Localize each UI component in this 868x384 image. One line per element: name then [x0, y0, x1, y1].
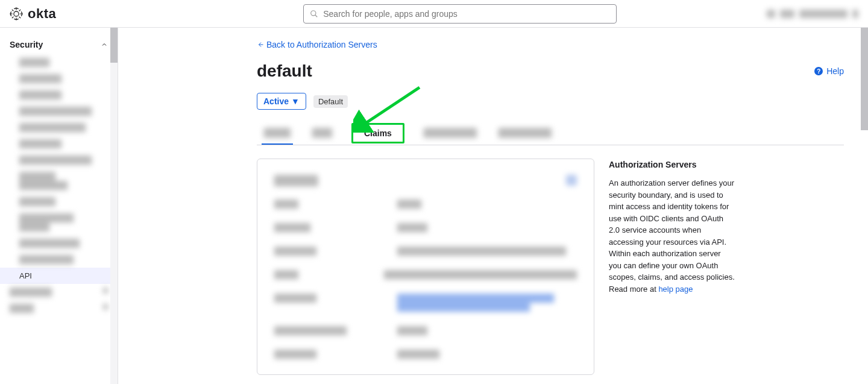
okta-logo[interactable]: okta: [10, 6, 56, 22]
svg-line-5: [12, 9, 14, 11]
card-row: ▇▇▇▇▇▇▇▇▇▇▇▇▇▇▇▇▇▇▇▇▇▇▇▇▇▇▇▇▇▇▇▇▇▇▇▇: [274, 270, 577, 279]
sidebar-item[interactable]: ▇▇▇▇▇▇▇▇▇▇▇: [0, 119, 118, 136]
search-input[interactable]: [323, 9, 610, 19]
user-blurred-2: [780, 10, 794, 18]
sidebar-item[interactable]: ▇▇▇▇▇▇ ▇▇▇▇▇▇▇▇: [0, 168, 118, 194]
sidebar-item[interactable]: ▇▇▇▇▇▇▇▇▇: [0, 251, 118, 268]
svg-line-7: [19, 9, 21, 11]
card-row: ▇▇▇▇▇▇▇▇: [274, 200, 577, 209]
info-panel: Authorization Servers An authorization s…: [609, 159, 735, 295]
svg-line-18: [315, 14, 318, 17]
sidebar-item[interactable]: ▇▇▇▇: [0, 300, 118, 316]
edit-icon[interactable]: [566, 175, 577, 186]
sidebar-item[interactable]: ▇▇▇▇▇▇▇: [0, 87, 118, 103]
tab-blurred-4[interactable]: ▇▇▇▇▇▇▇▇: [496, 122, 554, 145]
sidebar: Security ▇▇▇▇▇ ▇▇▇▇▇▇▇ ▇▇▇▇▇▇▇ ▇▇▇▇▇▇▇▇▇…: [0, 28, 118, 384]
sidebar-section-security[interactable]: Security: [0, 35, 118, 54]
sidebar-item[interactable]: ▇▇▇▇▇▇▇: [0, 136, 118, 152]
svg-line-8: [12, 16, 14, 18]
user-blurred-4: [852, 10, 858, 18]
help-label: Help: [826, 66, 844, 76]
settings-card: ▇▇▇▇▇▇ ▇▇▇▇▇▇▇▇ ▇▇▇▇▇▇▇▇▇▇▇ ▇▇▇▇▇▇▇▇▇▇▇▇…: [257, 159, 594, 375]
okta-logo-icon: [10, 7, 23, 20]
main-scrollbar[interactable]: [861, 28, 868, 384]
card-row: ▇▇▇▇▇▇▇▇▇▇▇▇▇▇▇▇▇▇▇▇▇▇▇▇▇▇▇▇▇▇▇▇▇▇▇: [274, 247, 577, 256]
tabs: ▇▇▇▇ ▇▇▇ Claims ▇▇▇▇▇▇▇▇ ▇▇▇▇▇▇▇▇: [257, 122, 844, 145]
page-title: default: [257, 61, 312, 81]
global-search[interactable]: [303, 4, 617, 24]
card-row: ▇▇▇▇▇▇▇▇▇▇▇▇▇▇: [274, 350, 577, 359]
sidebar-item-label: API: [19, 271, 32, 280]
svg-point-0: [14, 11, 19, 16]
sidebar-item-api[interactable]: API: [0, 268, 118, 284]
card-row: ▇▇▇▇▇▇▇▇▇▇▇▇▇▇▇▇▇▇▇▇▇▇▇▇▇▇▇▇▇▇▇▇▇ ▇▇▇▇▇▇…: [274, 294, 577, 312]
sidebar-section-label: Security: [10, 40, 43, 49]
caret-down-icon: ▼: [291, 96, 300, 106]
help-link[interactable]: ? Help: [814, 66, 844, 76]
help-icon: ?: [814, 67, 823, 75]
user-blurred-3: [799, 10, 848, 18]
back-link[interactable]: Back to Authorization Servers: [257, 40, 377, 49]
status-dropdown[interactable]: Active ▼: [257, 93, 306, 110]
card-row: ▇▇▇▇▇▇▇▇▇▇▇: [274, 223, 577, 232]
svg-line-6: [19, 16, 21, 18]
sidebar-item[interactable]: ▇▇▇▇▇▇▇: [0, 71, 118, 87]
sidebar-item[interactable]: ▇▇▇▇▇▇▇▇▇▇▇▇: [0, 152, 118, 168]
card-title: ▇▇▇▇▇▇: [274, 175, 318, 186]
back-link-label: Back to Authorization Servers: [266, 40, 377, 49]
sidebar-item[interactable]: ▇▇▇▇▇▇▇▇▇▇: [0, 235, 118, 251]
tab-claims[interactable]: Claims: [351, 123, 404, 143]
brand-name: okta: [28, 6, 56, 22]
main-area: Back to Authorization Servers default ? …: [118, 28, 868, 384]
default-badge: Default: [313, 95, 348, 108]
tab-claims-label: Claims: [364, 128, 392, 138]
tab-blurred-1[interactable]: ▇▇▇▇: [262, 122, 293, 145]
card-row: ▇▇▇▇▇▇▇▇▇▇▇▇▇▇▇▇▇: [274, 326, 577, 335]
user-menu[interactable]: [767, 10, 858, 18]
status-label: Active: [263, 96, 289, 106]
chevron-up-icon: [101, 41, 108, 48]
search-icon: [310, 10, 318, 18]
sidebar-item[interactable]: ▇▇▇▇▇▇: [0, 194, 118, 210]
help-page-link[interactable]: help page: [658, 285, 693, 294]
tab-blurred-2[interactable]: ▇▇▇: [310, 122, 335, 145]
arrow-left-icon: [257, 41, 264, 48]
top-bar: okta: [0, 0, 868, 28]
user-blurred-1: [767, 10, 775, 18]
sidebar-item[interactable]: ▇▇▇▇▇▇▇: [0, 284, 118, 300]
info-body: An authorization server defines your sec…: [609, 177, 735, 295]
info-heading: Authorization Servers: [609, 159, 735, 171]
sidebar-item[interactable]: ▇▇▇▇▇: [0, 54, 118, 71]
sidebar-item[interactable]: ▇▇▇▇▇▇▇▇▇ ▇▇▇▇▇: [0, 210, 118, 235]
tab-blurred-3[interactable]: ▇▇▇▇▇▇▇▇: [421, 122, 479, 145]
sidebar-scrollbar[interactable]: [110, 28, 118, 384]
sidebar-item[interactable]: ▇▇▇▇▇▇▇▇▇▇▇▇: [0, 103, 118, 119]
svg-point-17: [311, 10, 316, 15]
